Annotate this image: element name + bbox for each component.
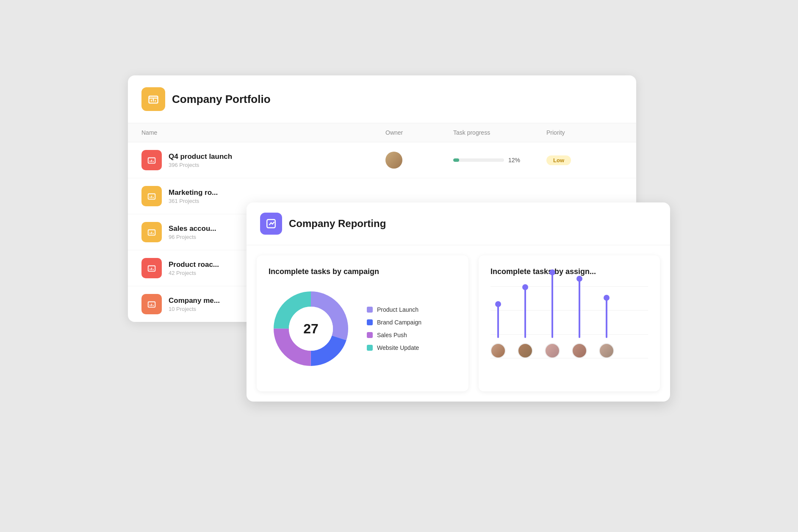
row-icon: [141, 222, 162, 242]
legend-label: Sales Push: [377, 332, 407, 338]
bar-col: [518, 287, 533, 358]
row-name-cell: Q4 product launch 396 Projects: [141, 150, 385, 170]
bar-line: [606, 298, 607, 338]
row-name: Q4 product launch: [169, 152, 232, 161]
svg-rect-21: [150, 305, 150, 306]
bar-chart-title: Incomplete tasks by assign...: [490, 267, 648, 276]
table-row[interactable]: Q4 product launch 396 Projects 12% Low: [128, 142, 636, 178]
bar-col: [599, 298, 614, 358]
legend-label: Product Launch: [377, 306, 418, 313]
portfolio-header: Company Portfolio: [128, 75, 636, 123]
bar-col: [490, 304, 506, 358]
portfolio-title: Company Portfolio: [172, 93, 271, 106]
row-icon: [141, 150, 162, 170]
svg-rect-17: [150, 269, 150, 270]
row-icon: [141, 186, 162, 206]
svg-rect-13: [150, 233, 150, 234]
svg-rect-24: [267, 219, 275, 228]
donut-content: 27 Product Launch Brand Campaign: [269, 286, 457, 371]
bar-line: [579, 279, 580, 338]
bar-avatar: [518, 343, 533, 358]
bar-avatar: [490, 343, 506, 358]
svg-rect-18: [151, 268, 152, 270]
row-progress: 12%: [453, 157, 546, 163]
svg-rect-9: [150, 197, 150, 198]
portfolio-icon: [141, 87, 165, 111]
svg-rect-5: [150, 161, 150, 162]
row-name: Sales accou...: [169, 224, 216, 233]
row-subtext: 42 Projects: [169, 270, 219, 276]
svg-rect-6: [151, 160, 152, 162]
legend-color-dot: [367, 345, 373, 351]
row-name: Marketing ro...: [169, 188, 218, 197]
svg-rect-3: [155, 100, 156, 102]
reporting-title: Company Reporting: [289, 218, 386, 230]
bar-dot: [522, 284, 528, 290]
row-icon: [141, 294, 162, 314]
col-owner: Owner: [385, 129, 453, 136]
reporting-header: Company Reporting: [247, 202, 670, 245]
bar-avatar: [572, 343, 587, 358]
bar-line: [524, 287, 526, 338]
svg-rect-22: [151, 304, 152, 306]
bar-col: [572, 279, 587, 358]
legend-label: Brand Campaign: [377, 319, 421, 326]
legend-item: Product Launch: [367, 306, 421, 313]
svg-rect-14: [151, 232, 152, 234]
row-subtext: 396 Projects: [169, 162, 232, 168]
legend-color-dot: [367, 307, 373, 313]
bar-dot: [576, 276, 582, 282]
bar-col: [545, 272, 560, 358]
legend-item: Brand Campaign: [367, 319, 421, 326]
svg-rect-10: [151, 196, 152, 198]
reporting-card: Company Reporting Incomplete tasks by ca…: [247, 202, 670, 402]
svg-rect-15: [153, 233, 154, 234]
legend-item: Sales Push: [367, 332, 421, 338]
donut-chart: 27: [269, 286, 353, 371]
bar-line: [497, 304, 499, 338]
svg-rect-11: [153, 197, 154, 198]
donut-chart-title: Incomplete tasks by campaign: [269, 267, 457, 276]
progress-bar-fill: [453, 158, 459, 162]
bar-dot: [604, 295, 610, 301]
donut-panel: Incomplete tasks by campaign: [257, 255, 468, 391]
bar-dot: [495, 301, 501, 307]
progress-label: 12%: [508, 157, 520, 163]
row-name: Company me...: [169, 296, 220, 305]
priority-badge: Low: [546, 155, 571, 165]
row-owner: [385, 152, 453, 169]
svg-rect-1: [151, 100, 152, 102]
row-subtext: 96 Projects: [169, 234, 216, 240]
bar-dot: [549, 269, 555, 275]
svg-rect-23: [153, 305, 154, 306]
row-subtext: 361 Projects: [169, 198, 218, 204]
scene: Company Portfolio Name Owner Task progre…: [128, 75, 670, 457]
svg-rect-2: [153, 99, 154, 102]
avatar: [385, 152, 402, 169]
reporting-icon: [260, 213, 282, 235]
row-subtext: 10 Projects: [169, 306, 220, 312]
row-priority: Low: [546, 155, 623, 165]
table-header: Name Owner Task progress Priority: [128, 123, 636, 142]
bar-panel: Incomplete tasks by assign...: [479, 255, 660, 391]
bar-chart-area: [490, 286, 648, 380]
legend-color-dot: [367, 332, 373, 338]
legend-label: Website Update: [377, 344, 419, 351]
col-name: Name: [141, 129, 385, 136]
svg-rect-7: [153, 161, 154, 162]
legend-item: Website Update: [367, 344, 421, 351]
progress-bar-bg: [453, 158, 504, 162]
donut-legend: Product Launch Brand Campaign Sales Push: [367, 306, 421, 351]
col-priority: Priority: [546, 129, 623, 136]
row-icon: [141, 258, 162, 278]
bar-line: [551, 272, 553, 338]
legend-color-dot: [367, 319, 373, 325]
donut-center-value: 27: [303, 321, 319, 337]
row-name: Product roac...: [169, 260, 219, 269]
bar-avatar: [545, 343, 560, 358]
col-progress: Task progress: [453, 129, 546, 136]
svg-rect-19: [153, 269, 154, 270]
bar-avatar: [599, 343, 614, 358]
reporting-body: Incomplete tasks by campaign: [247, 245, 670, 402]
